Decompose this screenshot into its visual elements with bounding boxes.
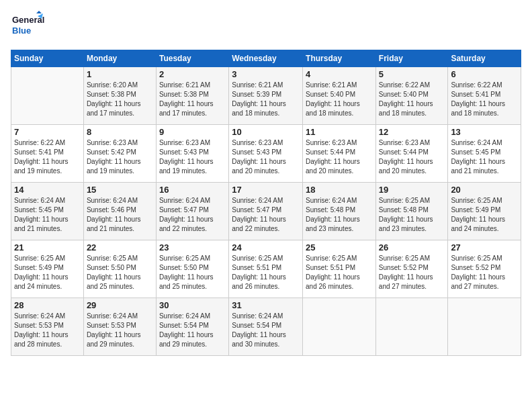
day-info: Sunrise: 6:24 AM Sunset: 5:53 PM Dayligh… (87, 312, 153, 349)
calendar-cell: 22Sunrise: 6:25 AM Sunset: 5:50 PM Dayli… (83, 240, 156, 298)
day-number: 31 (232, 300, 300, 310)
day-info: Sunrise: 6:22 AM Sunset: 5:40 PM Dayligh… (379, 81, 445, 118)
day-info: Sunrise: 6:24 AM Sunset: 5:47 PM Dayligh… (159, 196, 226, 234)
calendar-week-row: 28Sunrise: 6:24 AM Sunset: 5:53 PM Dayli… (11, 298, 521, 356)
weekday-header-tuesday: Tuesday (156, 50, 228, 67)
calendar-cell: 4Sunrise: 6:21 AM Sunset: 5:40 PM Daylig… (303, 67, 376, 125)
calendar-cell: 12Sunrise: 6:23 AM Sunset: 5:44 PM Dayli… (375, 125, 448, 183)
day-number: 12 (379, 127, 445, 137)
day-number: 18 (306, 185, 373, 195)
day-info: Sunrise: 6:24 AM Sunset: 5:53 PM Dayligh… (14, 312, 81, 349)
day-number: 6 (451, 69, 518, 79)
calendar-week-row: 21Sunrise: 6:25 AM Sunset: 5:49 PM Dayli… (11, 240, 521, 298)
day-number: 28 (14, 300, 81, 310)
day-info: Sunrise: 6:24 AM Sunset: 5:48 PM Dayligh… (306, 196, 373, 234)
day-info: Sunrise: 6:22 AM Sunset: 5:41 PM Dayligh… (451, 81, 518, 118)
calendar-cell: 7Sunrise: 6:22 AM Sunset: 5:41 PM Daylig… (11, 125, 84, 183)
weekday-header-row: SundayMondayTuesdayWednesdayThursdayFrid… (11, 50, 521, 67)
day-number: 17 (232, 185, 300, 195)
day-info: Sunrise: 6:25 AM Sunset: 5:52 PM Dayligh… (379, 254, 445, 291)
logo: General Blue (11, 11, 44, 44)
day-number: 24 (232, 242, 300, 253)
calendar-cell: 5Sunrise: 6:22 AM Sunset: 5:40 PM Daylig… (375, 67, 448, 125)
calendar-cell: 30Sunrise: 6:24 AM Sunset: 5:54 PM Dayli… (156, 298, 228, 356)
day-number: 29 (87, 300, 153, 310)
day-number: 20 (451, 185, 518, 195)
calendar-week-row: 1Sunrise: 6:20 AM Sunset: 5:38 PM Daylig… (11, 67, 521, 125)
calendar-cell: 13Sunrise: 6:24 AM Sunset: 5:45 PM Dayli… (448, 125, 521, 183)
calendar-cell: 19Sunrise: 6:25 AM Sunset: 5:48 PM Dayli… (375, 183, 448, 240)
calendar-cell: 8Sunrise: 6:23 AM Sunset: 5:42 PM Daylig… (83, 125, 156, 183)
day-info: Sunrise: 6:25 AM Sunset: 5:51 PM Dayligh… (232, 254, 300, 291)
day-number: 22 (87, 242, 153, 253)
day-info: Sunrise: 6:25 AM Sunset: 5:52 PM Dayligh… (451, 254, 518, 291)
calendar-cell: 16Sunrise: 6:24 AM Sunset: 5:47 PM Dayli… (156, 183, 228, 240)
day-number: 11 (306, 127, 373, 137)
day-info: Sunrise: 6:24 AM Sunset: 5:54 PM Dayligh… (232, 312, 300, 349)
day-number: 13 (451, 127, 518, 137)
weekday-header-saturday: Saturday (448, 50, 521, 67)
calendar-cell: 15Sunrise: 6:24 AM Sunset: 5:46 PM Dayli… (83, 183, 156, 240)
day-info: Sunrise: 6:25 AM Sunset: 5:50 PM Dayligh… (159, 254, 226, 291)
calendar-cell: 3Sunrise: 6:21 AM Sunset: 5:39 PM Daylig… (229, 67, 303, 125)
day-info: Sunrise: 6:24 AM Sunset: 5:45 PM Dayligh… (451, 138, 518, 176)
day-info: Sunrise: 6:23 AM Sunset: 5:42 PM Dayligh… (87, 138, 153, 176)
page-container: General Blue SundayMondayTuesdayWednesda… (0, 0, 532, 361)
day-info: Sunrise: 6:24 AM Sunset: 5:46 PM Dayligh… (87, 196, 153, 234)
day-number: 10 (232, 127, 300, 137)
day-number: 26 (379, 242, 445, 253)
day-number: 21 (14, 242, 81, 253)
day-number: 9 (159, 127, 226, 137)
day-number: 27 (451, 242, 518, 253)
day-info: Sunrise: 6:21 AM Sunset: 5:39 PM Dayligh… (232, 81, 300, 118)
day-number: 2 (159, 69, 226, 79)
day-info: Sunrise: 6:25 AM Sunset: 5:49 PM Dayligh… (14, 254, 81, 291)
day-info: Sunrise: 6:24 AM Sunset: 5:47 PM Dayligh… (232, 196, 300, 234)
weekday-header-thursday: Thursday (303, 50, 376, 67)
day-number: 23 (159, 242, 226, 253)
calendar-cell: 23Sunrise: 6:25 AM Sunset: 5:50 PM Dayli… (156, 240, 228, 298)
day-number: 25 (306, 242, 373, 253)
day-info: Sunrise: 6:21 AM Sunset: 5:38 PM Dayligh… (159, 81, 226, 118)
calendar-cell: 1Sunrise: 6:20 AM Sunset: 5:38 PM Daylig… (83, 67, 156, 125)
day-number: 15 (87, 185, 153, 195)
calendar-cell: 25Sunrise: 6:25 AM Sunset: 5:51 PM Dayli… (303, 240, 376, 298)
calendar-cell: 14Sunrise: 6:24 AM Sunset: 5:45 PM Dayli… (11, 183, 84, 240)
day-info: Sunrise: 6:23 AM Sunset: 5:44 PM Dayligh… (379, 138, 445, 176)
calendar-cell: 27Sunrise: 6:25 AM Sunset: 5:52 PM Dayli… (448, 240, 521, 298)
day-info: Sunrise: 6:20 AM Sunset: 5:38 PM Dayligh… (87, 81, 153, 118)
day-info: Sunrise: 6:25 AM Sunset: 5:51 PM Dayligh… (306, 254, 373, 291)
calendar-cell: 6Sunrise: 6:22 AM Sunset: 5:41 PM Daylig… (448, 67, 521, 125)
calendar-cell: 11Sunrise: 6:23 AM Sunset: 5:44 PM Dayli… (303, 125, 376, 183)
calendar-cell: 29Sunrise: 6:24 AM Sunset: 5:53 PM Dayli… (83, 298, 156, 356)
day-info: Sunrise: 6:25 AM Sunset: 5:50 PM Dayligh… (87, 254, 153, 291)
svg-text:Blue: Blue (12, 26, 31, 36)
logo-svg: General Blue (11, 11, 44, 44)
day-number: 4 (306, 69, 373, 79)
calendar-week-row: 7Sunrise: 6:22 AM Sunset: 5:41 PM Daylig… (11, 125, 521, 183)
day-number: 3 (232, 69, 300, 79)
day-info: Sunrise: 6:23 AM Sunset: 5:43 PM Dayligh… (232, 138, 300, 176)
calendar-cell (375, 298, 448, 356)
calendar-cell: 24Sunrise: 6:25 AM Sunset: 5:51 PM Dayli… (229, 240, 303, 298)
calendar-cell (303, 298, 376, 356)
calendar-cell: 2Sunrise: 6:21 AM Sunset: 5:38 PM Daylig… (156, 67, 228, 125)
weekday-header-wednesday: Wednesday (229, 50, 303, 67)
header: General Blue (11, 11, 521, 44)
day-number: 7 (14, 127, 81, 137)
day-number: 8 (87, 127, 153, 137)
day-info: Sunrise: 6:23 AM Sunset: 5:43 PM Dayligh… (159, 138, 226, 176)
day-number: 30 (159, 300, 226, 310)
weekday-header-monday: Monday (83, 50, 156, 67)
weekday-header-friday: Friday (375, 50, 448, 67)
day-info: Sunrise: 6:21 AM Sunset: 5:40 PM Dayligh… (306, 81, 373, 118)
calendar-cell: 9Sunrise: 6:23 AM Sunset: 5:43 PM Daylig… (156, 125, 228, 183)
day-number: 5 (379, 69, 445, 79)
calendar-table: SundayMondayTuesdayWednesdayThursdayFrid… (11, 50, 521, 356)
day-info: Sunrise: 6:23 AM Sunset: 5:44 PM Dayligh… (306, 138, 373, 176)
calendar-cell (11, 67, 84, 125)
day-info: Sunrise: 6:24 AM Sunset: 5:54 PM Dayligh… (159, 312, 226, 349)
calendar-cell: 28Sunrise: 6:24 AM Sunset: 5:53 PM Dayli… (11, 298, 84, 356)
day-info: Sunrise: 6:22 AM Sunset: 5:41 PM Dayligh… (14, 138, 81, 176)
calendar-cell: 26Sunrise: 6:25 AM Sunset: 5:52 PM Dayli… (375, 240, 448, 298)
